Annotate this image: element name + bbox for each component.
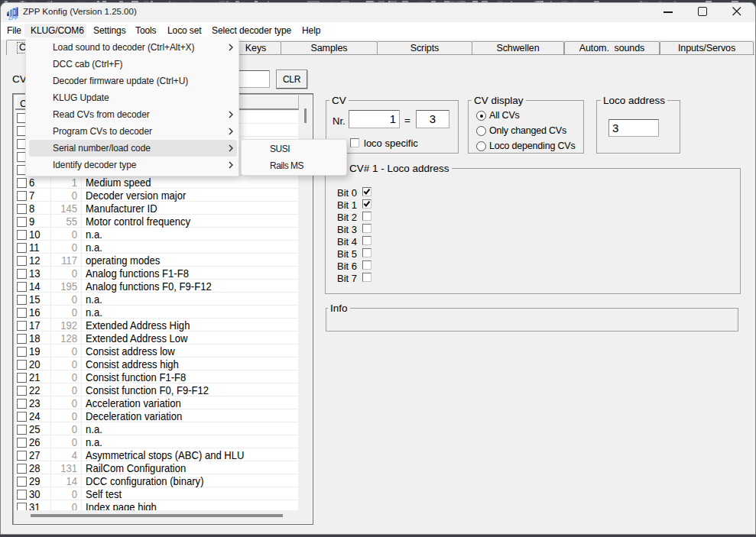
svg-text:ZPP: ZPP [8,15,18,21]
